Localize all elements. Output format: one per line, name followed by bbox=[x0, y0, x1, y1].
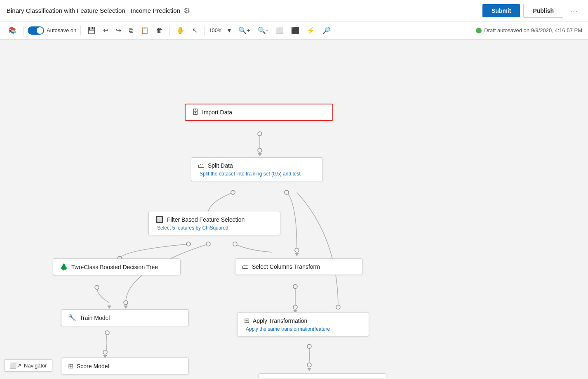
svg-marker-27 bbox=[307, 368, 311, 371]
score-model-title: ⊞ Score Model bbox=[68, 362, 182, 370]
undo-icon[interactable]: ↩ bbox=[101, 25, 111, 36]
navigator-label: Navigator bbox=[24, 362, 47, 369]
more-options-button[interactable]: ⋯ bbox=[567, 4, 581, 17]
status-text: Draft autosaved on 9/9/2020, 4:16:57 PM bbox=[484, 27, 582, 33]
settings-icon[interactable]: ⚙ bbox=[183, 6, 190, 15]
library-icon[interactable]: 📚 bbox=[6, 25, 19, 36]
apply-transformation-icon: ⊞ bbox=[244, 317, 249, 325]
zoom-level: 100% bbox=[209, 27, 222, 33]
toolbar: 📚 Autosave on 💾 ↩ ↪ ⧉ 📋 🗑 ✋ ↖ 100% ▾ 🔍+ … bbox=[0, 21, 588, 40]
split-data-node[interactable]: 🗃 Split Data Split the dataset into trai… bbox=[191, 157, 323, 181]
canvas: 🗄 Import Data 🗃 Split Data Split the dat… bbox=[0, 40, 588, 378]
svg-marker-9 bbox=[295, 253, 299, 256]
import-data-title: 🗄 Import Data bbox=[192, 109, 326, 116]
navigator-icon: ⬜↗ bbox=[9, 362, 21, 369]
svg-point-4 bbox=[231, 190, 235, 194]
svg-point-25 bbox=[307, 344, 311, 348]
filter-based-title: 🔲 Filter Based Feature Selection bbox=[155, 216, 273, 223]
delete-icon[interactable]: 🗑 bbox=[154, 25, 165, 36]
svg-marker-18 bbox=[107, 306, 111, 309]
search-icon[interactable]: 🔎 bbox=[320, 25, 333, 36]
autosave-toggle[interactable]: Autosave on bbox=[28, 26, 76, 35]
filter-based-node[interactable]: 🔲 Filter Based Feature Selection Select … bbox=[148, 211, 280, 235]
select-columns-transform-title: 🗃 Select Columns Transform bbox=[242, 263, 356, 270]
page-title: Binary Classification with Feature Selec… bbox=[7, 7, 180, 14]
score-model-icon: ⊞ bbox=[68, 362, 73, 370]
autosave-status: Draft autosaved on 9/9/2020, 4:16:57 PM bbox=[476, 27, 582, 33]
svg-point-16 bbox=[233, 242, 237, 246]
svg-point-13 bbox=[206, 242, 210, 246]
flash-icon[interactable]: ⚡ bbox=[304, 25, 318, 36]
select-icon[interactable]: ↖ bbox=[190, 25, 200, 36]
publish-button[interactable]: Publish bbox=[523, 4, 563, 18]
zoom-in-icon[interactable]: 🔍+ bbox=[236, 25, 253, 36]
svg-point-7 bbox=[285, 190, 289, 194]
pan-icon[interactable]: ✋ bbox=[174, 25, 187, 36]
svg-marker-3 bbox=[258, 153, 262, 156]
svg-point-26 bbox=[307, 363, 311, 367]
apply-transformation-node[interactable]: ⊞ Apply Transformation Apply the same tr… bbox=[237, 312, 369, 336]
zoom-out-icon[interactable]: 🔍- bbox=[255, 25, 270, 36]
svg-point-14 bbox=[124, 301, 128, 305]
two-class-title: 🌲 Two-Class Boosted Decision Tree bbox=[60, 263, 174, 271]
svg-point-19 bbox=[105, 331, 109, 335]
svg-point-2 bbox=[258, 148, 262, 152]
train-model-icon: 🔧 bbox=[68, 314, 76, 322]
paste-icon[interactable]: 📋 bbox=[138, 25, 151, 36]
apply-transformation-desc: Apply the same transformation(feature bbox=[244, 326, 362, 332]
svg-point-23 bbox=[293, 305, 297, 309]
screen-icon[interactable]: ⬛ bbox=[289, 25, 302, 36]
svg-point-22 bbox=[293, 284, 297, 289]
divider-3 bbox=[169, 26, 170, 36]
toggle-knob bbox=[37, 27, 43, 34]
select-columns-transform-node[interactable]: 🗃 Select Columns Transform bbox=[235, 258, 363, 275]
train-model-title: 🔧 Train Model bbox=[68, 314, 182, 322]
apply-transformation-title: ⊞ Apply Transformation bbox=[244, 317, 362, 325]
select-columns-transform-icon: 🗃 bbox=[242, 263, 249, 270]
split-data-desc: Split the dataset into training set (0.5… bbox=[198, 171, 316, 177]
save-icon[interactable]: 💾 bbox=[85, 25, 98, 36]
select-columns-dataset-icon: 🗃 bbox=[266, 378, 272, 378]
filter-based-icon: 🔲 bbox=[155, 216, 164, 223]
toggle-switch[interactable] bbox=[28, 26, 44, 35]
divider-1 bbox=[23, 26, 24, 36]
select-columns-dataset-title: 🗃 Select Columns in Dataset bbox=[266, 378, 379, 378]
copy-icon[interactable]: ⧉ bbox=[126, 25, 136, 36]
import-data-icon: 🗄 bbox=[192, 109, 199, 116]
import-data-node[interactable]: 🗄 Import Data bbox=[185, 104, 333, 121]
zoom-dropdown-icon[interactable]: ▾ bbox=[225, 25, 233, 36]
score-model-node[interactable]: ⊞ Score Model bbox=[61, 358, 189, 374]
navigator-button[interactable]: ⬜↗ Navigator bbox=[4, 359, 52, 372]
svg-point-10 bbox=[186, 242, 191, 246]
select-columns-dataset-node[interactable]: 🗃 Select Columns in Dataset Exclude labe… bbox=[259, 373, 386, 378]
two-class-node[interactable]: 🌲 Two-Class Boosted Decision Tree bbox=[53, 258, 181, 275]
train-model-node[interactable]: 🔧 Train Model bbox=[61, 309, 189, 326]
fit-view-icon[interactable]: ⬜ bbox=[273, 25, 286, 36]
redo-icon[interactable]: ↪ bbox=[113, 25, 124, 36]
submit-button[interactable]: Submit bbox=[482, 4, 520, 17]
split-data-icon: 🗃 bbox=[198, 162, 205, 169]
svg-point-28 bbox=[336, 305, 340, 309]
split-data-title: 🗃 Split Data bbox=[198, 162, 316, 169]
filter-based-desc: Select 5 features by ChiSquared bbox=[155, 225, 273, 231]
header-left: Binary Classification with Feature Selec… bbox=[7, 6, 190, 15]
svg-point-1 bbox=[258, 132, 262, 136]
svg-point-20 bbox=[103, 350, 107, 354]
autosave-label: Autosave on bbox=[47, 27, 76, 33]
divider-4 bbox=[204, 26, 205, 36]
header-right: Submit Publish ⋯ bbox=[482, 4, 581, 18]
divider-2 bbox=[80, 26, 81, 36]
two-class-icon: 🌲 bbox=[60, 263, 68, 271]
svg-point-8 bbox=[295, 248, 299, 252]
svg-marker-15 bbox=[124, 306, 128, 309]
header: Binary Classification with Feature Selec… bbox=[0, 0, 588, 21]
status-indicator bbox=[476, 28, 482, 33]
svg-point-17 bbox=[95, 285, 99, 289]
